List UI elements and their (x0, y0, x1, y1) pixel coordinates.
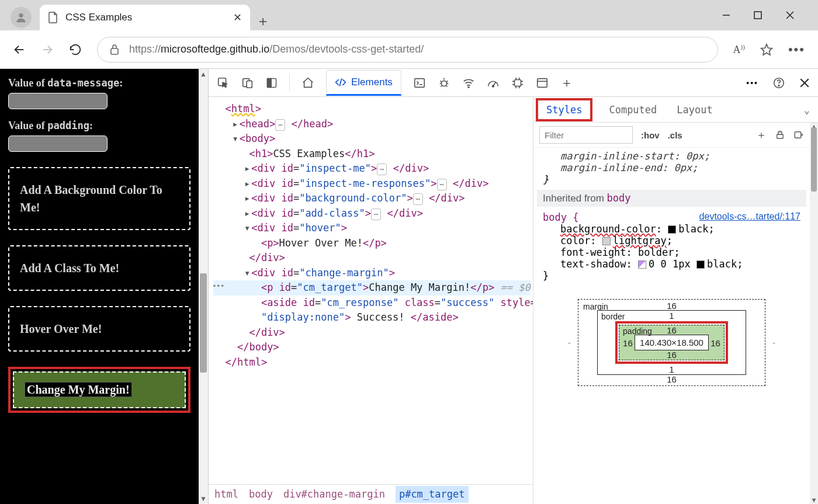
browser-tab[interactable]: CSS Examples ✕ (40, 5, 250, 30)
inspect-icon[interactable] (217, 77, 230, 89)
styles-filter-input[interactable] (539, 126, 633, 144)
hov-toggle[interactable]: :hov (641, 130, 660, 140)
more-panels-icon[interactable]: ⌄ (804, 104, 816, 116)
box-model[interactable]: - - margin 16 16 border 1 1 (537, 281, 806, 392)
back-button[interactable] (13, 43, 26, 56)
new-style-rule-button[interactable]: ＋ (756, 128, 767, 142)
read-aloud-button[interactable]: A)) (733, 43, 745, 56)
scroll-down-icon[interactable]: ▼ (199, 495, 208, 503)
svg-rect-15 (415, 78, 425, 87)
cls-toggle[interactable]: .cls (668, 130, 682, 140)
dock-side-icon[interactable] (266, 77, 278, 89)
svg-rect-28 (514, 79, 521, 86)
computed-tab[interactable]: Computed (605, 99, 660, 120)
lock-icon (109, 44, 120, 55)
crumb-div[interactable]: div#change-margin (283, 487, 385, 502)
sources-debug-icon[interactable] (438, 77, 450, 89)
svg-rect-43 (777, 134, 784, 138)
toggle-common-rendering-icon[interactable] (793, 130, 804, 140)
svg-line-23 (441, 85, 442, 86)
new-tab-button[interactable]: ＋ (250, 12, 276, 30)
styles-scrollbar[interactable]: ▲ ▼ (810, 123, 818, 504)
svg-line-19 (440, 81, 441, 82)
svg-point-17 (441, 81, 446, 86)
svg-marker-8 (761, 44, 772, 54)
scroll-up-icon[interactable]: ▲ (199, 70, 208, 78)
tab-title: CSS Examples (65, 12, 226, 23)
devtools: Elements ＋ ••• (208, 69, 818, 504)
page-content: Value of data-message: Value of padding:… (0, 69, 199, 504)
crumb-body[interactable]: body (249, 487, 273, 502)
menu-button[interactable]: ••• (788, 42, 805, 57)
padding-label: Value of padding: (8, 120, 190, 132)
padding-input[interactable] (8, 135, 108, 152)
crumb-html[interactable]: html (214, 487, 238, 502)
favorite-button[interactable] (760, 43, 773, 56)
svg-rect-7 (111, 48, 118, 54)
svg-line-24 (446, 85, 448, 86)
forward-button[interactable] (41, 43, 54, 56)
memory-icon[interactable] (511, 77, 524, 89)
welcome-icon[interactable] (301, 77, 314, 89)
close-window-button[interactable] (785, 11, 795, 20)
maximize-button[interactable] (754, 11, 762, 19)
reload-button[interactable] (69, 43, 82, 56)
scroll-thumb[interactable] (811, 127, 817, 192)
add-class-box[interactable]: Add A Class To Me! (8, 245, 190, 291)
svg-point-40 (778, 85, 779, 86)
scroll-thumb[interactable] (200, 273, 207, 373)
elements-icon (335, 77, 346, 88)
window-controls (722, 0, 818, 30)
svg-point-25 (468, 86, 469, 88)
box-model-padding-highlight: padding 16 16 16 16 140.430×18.500 (615, 321, 728, 364)
scroll-down-icon[interactable]: ▼ (810, 496, 818, 504)
data-message-label: Value of data-message: (8, 77, 190, 89)
inherited-header: Inherited from body (537, 190, 806, 207)
titlebar: CSS Examples ✕ ＋ (0, 0, 818, 30)
minimize-button[interactable] (722, 11, 730, 19)
crumb-p[interactable]: p#cm_target (396, 486, 469, 503)
devtools-more-button[interactable]: ••• (746, 78, 758, 88)
change-margin-highlight: Change My Margin! (8, 367, 190, 413)
layout-tab[interactable]: Layout (673, 99, 716, 120)
application-icon[interactable] (536, 77, 549, 89)
source-link[interactable]: devtools-cs…tarted/:117 (699, 211, 800, 222)
devtools-close-button[interactable] (799, 78, 810, 88)
styles-panel: Styles Computed Layout ⌄ :hov .cls ＋ (533, 97, 818, 504)
styles-tabs: Styles Computed Layout ⌄ (533, 97, 818, 123)
styles-rules[interactable]: margin-inline-start: 0px; margin-inline-… (533, 148, 810, 504)
user-icon (15, 11, 27, 24)
change-margin-box[interactable]: Change My Margin! (13, 371, 186, 408)
svg-line-14 (339, 78, 341, 86)
browser-toolbar: https://microsoftedge.github.io/Demos/de… (0, 30, 818, 69)
styles-toolbar: :hov .cls ＋ (533, 123, 810, 148)
paint-flash-icon[interactable] (775, 130, 785, 140)
tab-close-button[interactable]: ✕ (233, 11, 242, 24)
page-scrollbar[interactable]: ▲ ▼ (199, 69, 208, 504)
network-icon[interactable] (462, 77, 475, 89)
console-icon[interactable] (413, 77, 426, 89)
profile-button[interactable] (11, 7, 32, 28)
help-button[interactable] (772, 77, 785, 89)
url-text: https://microsoftedge.github.io/Demos/de… (129, 43, 424, 55)
svg-line-20 (446, 81, 448, 82)
svg-rect-2 (754, 12, 761, 19)
svg-rect-13 (268, 78, 272, 87)
svg-rect-11 (247, 81, 252, 88)
svg-rect-44 (795, 132, 801, 138)
more-tabs-button[interactable]: ＋ (560, 74, 573, 92)
performance-icon[interactable] (487, 77, 500, 89)
elements-tab[interactable]: Elements (326, 70, 401, 96)
dom-breadcrumb: html body div#change-margin p#cm_target (209, 484, 533, 504)
box-model-content: 140.430×18.500 (635, 335, 709, 350)
data-message-input[interactable] (8, 93, 108, 109)
svg-point-0 (19, 13, 23, 18)
hover-box[interactable]: Hover Over Me! (8, 306, 190, 352)
styles-tab[interactable]: Styles (536, 98, 592, 121)
address-bar[interactable]: https://microsoftedge.github.io/Demos/de… (97, 37, 718, 62)
background-color-box[interactable]: Add A Background Color To Me! (8, 167, 190, 230)
svg-point-27 (493, 85, 494, 87)
dom-tree-panel[interactable]: <html> ▸<head>⋯ </head> ▾<body> <h1>CSS … (209, 97, 533, 504)
document-icon (48, 12, 58, 23)
device-toggle-icon[interactable] (241, 77, 254, 89)
